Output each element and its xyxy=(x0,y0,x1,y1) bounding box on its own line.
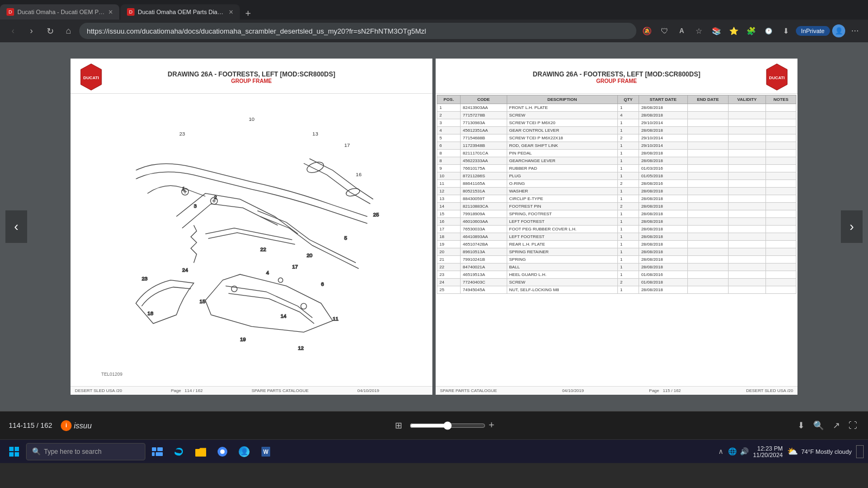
table-cell: 88641165A xyxy=(461,180,507,188)
notification-area: 12:23 PM 11/20/2024 xyxy=(753,445,783,458)
svg-point-9 xyxy=(278,278,283,283)
forward-button[interactable]: › xyxy=(24,23,39,38)
history-icon[interactable]: 🕐 xyxy=(761,23,776,38)
table-cell: LEFT FOOTREST xyxy=(507,218,617,226)
collections-icon[interactable]: ⭐ xyxy=(726,23,742,38)
inprivate-button[interactable]: InPrivate xyxy=(796,26,830,36)
ducati-logo-left: DUCATI xyxy=(77,63,105,91)
tab-1-close[interactable]: × xyxy=(108,8,113,16)
table-cell xyxy=(729,127,766,134)
share-button[interactable]: ↗ xyxy=(831,418,842,433)
col-pos: POS. xyxy=(437,95,461,104)
tab-2[interactable]: D Ducati Omaha OEM Parts Diagr... × xyxy=(120,4,240,20)
table-cell xyxy=(729,218,766,226)
mute-icon[interactable]: 🔕 xyxy=(640,23,655,38)
table-row: 445612351AAGEAR CONTROL LEVER128/08/2018 xyxy=(437,127,796,134)
table-cell: 23 xyxy=(437,271,461,279)
table-cell: 28/08/2018 xyxy=(639,233,687,241)
table-cell: 46510742BA xyxy=(461,241,507,248)
table-cell xyxy=(729,241,766,248)
table-row: 1482110883CAFOOTREST PIN228/08/2018 xyxy=(437,203,796,210)
fullscreen-button[interactable]: ⛶ xyxy=(846,419,859,433)
svg-text:4: 4 xyxy=(266,269,269,275)
svg-text:25: 25 xyxy=(373,212,379,218)
table-cell: 1 xyxy=(617,188,639,195)
svg-rect-40 xyxy=(15,447,19,451)
shield-icon[interactable]: 🛡 xyxy=(657,23,672,38)
taskbar-photos[interactable]: 👤 xyxy=(234,442,254,461)
table-cell: O-RING xyxy=(507,180,617,188)
table-cell xyxy=(687,180,729,188)
ducati-logo-right: DUCATI xyxy=(763,63,791,91)
table-row: 182413903AAFRONT L.H. PLATE128/08/2018 xyxy=(437,104,796,112)
zoom-in-button[interactable]: + xyxy=(489,420,495,431)
home-button[interactable]: ⌂ xyxy=(61,23,76,38)
refresh-button[interactable]: ↻ xyxy=(42,23,58,38)
table-cell: 1 xyxy=(617,157,639,165)
taskbar-word[interactable]: W xyxy=(256,442,276,461)
table-cell xyxy=(729,104,766,112)
extensions-icon[interactable]: 🧩 xyxy=(744,23,759,38)
table-cell: 45622333AA xyxy=(461,157,507,165)
table-row: 1579918909ASPRING, FOOTREST128/08/2018 xyxy=(437,210,796,218)
table-cell: GEAR CONTROL LEVER xyxy=(507,127,617,134)
svg-point-29 xyxy=(345,188,360,198)
download-button[interactable]: ⬇ xyxy=(795,418,807,433)
table-row: 2284740021ABALL128/08/2018 xyxy=(437,264,796,271)
tab-1[interactable]: D Ducati Omaha - Ducati OEM Pa... × xyxy=(0,4,119,20)
profile-avatar[interactable]: 👤 xyxy=(832,24,845,37)
zoom-slider-container: + xyxy=(410,420,495,431)
downloads-icon[interactable]: ⬇ xyxy=(778,23,794,38)
table-cell: 28/08/2018 xyxy=(639,188,687,195)
table-cell: FRONT L.H. PLATE xyxy=(507,104,617,112)
table-cell xyxy=(687,195,729,203)
table-cell: 76610175A xyxy=(461,165,507,172)
table-cell xyxy=(765,188,796,195)
right-catalogue: SPARE PARTS CATALOGUE xyxy=(440,388,497,393)
table-cell: ROD, GEAR SHIFT LINK xyxy=(507,142,617,150)
search-document-button[interactable]: 🔍 xyxy=(811,418,826,433)
col-description: DESCRIPTION xyxy=(507,95,617,104)
show-desktop-button[interactable] xyxy=(856,445,864,458)
task-view-button[interactable] xyxy=(148,442,167,461)
table-cell xyxy=(687,119,729,127)
taskbar-browser-2[interactable] xyxy=(213,442,232,461)
table-cell xyxy=(687,226,729,233)
inprivate-label: InPrivate xyxy=(801,28,825,34)
menu-button[interactable]: ⋯ xyxy=(847,23,863,38)
table-cell: 1 xyxy=(617,264,639,271)
volume-icon: 🔊 xyxy=(740,447,749,455)
left-page: DUCATI DRAWING 26A - FOOTRESTS, LEFT [MO… xyxy=(71,59,432,395)
taskbar-file-explorer[interactable] xyxy=(191,442,210,461)
table-cell xyxy=(765,279,796,286)
next-page-button[interactable]: › xyxy=(841,210,863,243)
svg-text:12: 12 xyxy=(298,345,304,351)
table-cell xyxy=(687,134,729,142)
table-cell: 28/08/2016 xyxy=(639,180,687,188)
start-button[interactable] xyxy=(4,442,24,461)
right-page-header: DRAWING 26A - FOOTRESTS, LEFT [MOD:SCR80… xyxy=(436,59,797,94)
reader-icon[interactable]: A xyxy=(674,23,690,38)
tab-2-close[interactable]: × xyxy=(229,8,233,16)
table-cell xyxy=(765,142,796,150)
table-row: 577154688BSCREW TCEI P M6X22X18229/10/20… xyxy=(437,134,796,142)
favorites-icon[interactable]: ☆ xyxy=(692,23,707,38)
table-cell: 29/10/2014 xyxy=(639,119,687,127)
taskbar-edge[interactable] xyxy=(169,442,189,461)
table-cell xyxy=(765,180,796,188)
back-button[interactable]: ‹ xyxy=(5,23,21,38)
table-cell: RUBBER PAD xyxy=(507,165,617,172)
new-tab-button[interactable]: + xyxy=(241,8,256,20)
table-cell xyxy=(765,271,796,279)
system-tray: ∧ xyxy=(718,447,724,455)
address-bar[interactable] xyxy=(79,23,636,39)
table-cell: SCREW xyxy=(507,112,617,119)
tab-1-favicon: D xyxy=(7,8,14,16)
table-row: 845622333AAGEARCHANGE LEVER128/08/2018 xyxy=(437,157,796,165)
zoom-slider[interactable] xyxy=(410,421,486,430)
issuu-logo: i issuu xyxy=(61,420,92,431)
taskbar-search-box[interactable]: 🔍 Type here to search xyxy=(26,443,145,460)
grid-view-button[interactable]: ⊞ xyxy=(393,418,404,433)
prev-page-button[interactable]: ‹ xyxy=(5,210,27,243)
reading-list-icon[interactable]: 📚 xyxy=(709,23,724,38)
